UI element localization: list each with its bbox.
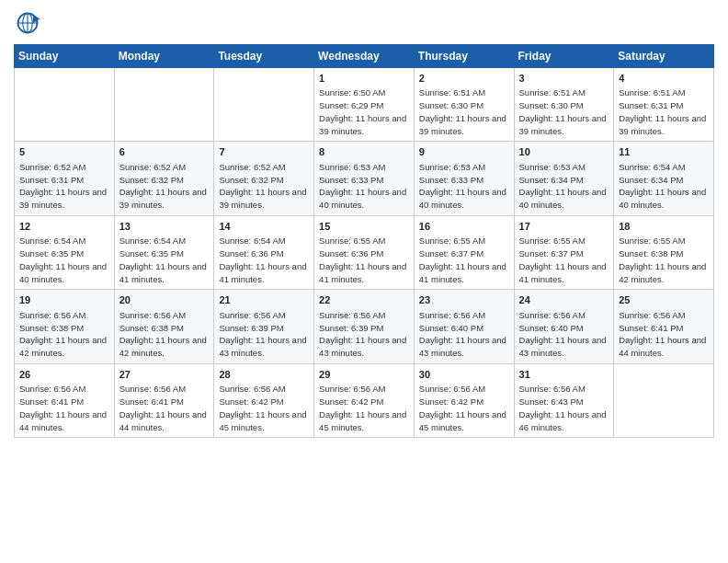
day-info: Sunrise: 6:54 AMSunset: 6:35 PMDaylight:…: [119, 235, 210, 285]
day-info: Sunrise: 6:51 AMSunset: 6:31 PMDaylight:…: [619, 86, 709, 137]
calendar-cell: 7Sunrise: 6:52 AMSunset: 6:32 PMDaylight…: [214, 142, 314, 215]
calendar-cell: 21Sunrise: 6:56 AMSunset: 6:39 PMDayligh…: [214, 290, 314, 363]
calendar-cell: 11Sunrise: 6:54 AMSunset: 6:34 PMDayligh…: [614, 142, 714, 215]
calendar-week-4: 19Sunrise: 6:56 AMSunset: 6:38 PMDayligh…: [15, 290, 714, 363]
day-number: 8: [319, 145, 409, 159]
calendar-cell: 14Sunrise: 6:54 AMSunset: 6:36 PMDayligh…: [214, 215, 314, 289]
day-info: Sunrise: 6:56 AMSunset: 6:42 PMDaylight:…: [219, 383, 309, 433]
calendar-cell: [214, 68, 314, 142]
calendar-cell: 25Sunrise: 6:56 AMSunset: 6:41 PMDayligh…: [614, 290, 714, 363]
day-info: Sunrise: 6:55 AMSunset: 6:36 PMDaylight:…: [319, 235, 409, 285]
day-info: Sunrise: 6:55 AMSunset: 6:37 PMDaylight:…: [419, 235, 509, 285]
day-info: Sunrise: 6:56 AMSunset: 6:41 PMDaylight:…: [19, 383, 109, 433]
calendar-cell: 15Sunrise: 6:55 AMSunset: 6:36 PMDayligh…: [314, 215, 415, 289]
day-number: 19: [19, 293, 109, 307]
calendar-week-3: 12Sunrise: 6:54 AMSunset: 6:35 PMDayligh…: [15, 215, 714, 289]
calendar-cell: 8Sunrise: 6:53 AMSunset: 6:33 PMDaylight…: [314, 142, 415, 215]
calendar-cell: 19Sunrise: 6:56 AMSunset: 6:38 PMDayligh…: [15, 290, 115, 363]
day-number: 20: [119, 293, 210, 307]
day-number: 15: [319, 220, 409, 234]
day-info: Sunrise: 6:50 AMSunset: 6:29 PMDaylight:…: [319, 86, 409, 137]
day-number: 26: [19, 368, 109, 382]
calendar-cell: 18Sunrise: 6:55 AMSunset: 6:38 PMDayligh…: [614, 215, 714, 289]
calendar-week-1: 1Sunrise: 6:50 AMSunset: 6:29 PMDaylight…: [15, 68, 714, 142]
calendar-cell: 30Sunrise: 6:56 AMSunset: 6:42 PMDayligh…: [414, 363, 514, 437]
calendar-cell: 5Sunrise: 6:52 AMSunset: 6:31 PMDaylight…: [15, 142, 115, 215]
day-number: 4: [619, 72, 709, 86]
calendar-cell: [114, 68, 214, 142]
weekday-thursday: Thursday: [414, 45, 514, 68]
calendar-cell: 4Sunrise: 6:51 AMSunset: 6:31 PMDaylight…: [614, 68, 714, 142]
weekday-monday: Monday: [114, 45, 214, 68]
weekday-saturday: Saturday: [614, 45, 714, 68]
calendar-cell: 26Sunrise: 6:56 AMSunset: 6:41 PMDayligh…: [15, 363, 115, 437]
day-number: 24: [519, 293, 609, 307]
day-info: Sunrise: 6:55 AMSunset: 6:37 PMDaylight:…: [519, 235, 609, 285]
day-info: Sunrise: 6:54 AMSunset: 6:34 PMDaylight:…: [619, 161, 709, 212]
day-number: 12: [19, 220, 109, 234]
calendar-cell: 23Sunrise: 6:56 AMSunset: 6:40 PMDayligh…: [414, 290, 514, 363]
day-number: 29: [319, 368, 409, 382]
day-info: Sunrise: 6:56 AMSunset: 6:41 PMDaylight:…: [119, 383, 210, 433]
day-number: 14: [219, 220, 309, 234]
day-info: Sunrise: 6:54 AMSunset: 6:35 PMDaylight:…: [19, 235, 109, 285]
calendar-cell: 22Sunrise: 6:56 AMSunset: 6:39 PMDayligh…: [314, 290, 415, 363]
day-number: 27: [119, 368, 210, 382]
calendar-week-2: 5Sunrise: 6:52 AMSunset: 6:31 PMDaylight…: [15, 142, 714, 215]
weekday-sunday: Sunday: [15, 45, 115, 68]
calendar-cell: 9Sunrise: 6:53 AMSunset: 6:33 PMDaylight…: [414, 142, 514, 215]
day-info: Sunrise: 6:56 AMSunset: 6:39 PMDaylight:…: [319, 309, 409, 360]
day-number: 5: [19, 145, 109, 159]
day-number: 30: [419, 368, 509, 382]
day-number: 10: [519, 145, 609, 159]
logo: [14, 9, 45, 37]
day-number: 18: [619, 220, 709, 234]
day-info: Sunrise: 6:56 AMSunset: 6:38 PMDaylight:…: [119, 309, 210, 360]
day-number: 9: [419, 145, 509, 159]
page: SundayMondayTuesdayWednesdayThursdayFrid…: [0, 0, 728, 563]
day-info: Sunrise: 6:52 AMSunset: 6:32 PMDaylight:…: [219, 161, 309, 212]
day-number: 17: [519, 220, 609, 234]
day-info: Sunrise: 6:56 AMSunset: 6:42 PMDaylight:…: [419, 383, 509, 433]
day-info: Sunrise: 6:56 AMSunset: 6:41 PMDaylight:…: [619, 309, 709, 360]
calendar-cell: 2Sunrise: 6:51 AMSunset: 6:30 PMDaylight…: [414, 68, 514, 142]
day-info: Sunrise: 6:54 AMSunset: 6:36 PMDaylight:…: [219, 235, 309, 285]
logo-icon: [14, 9, 41, 37]
calendar-table: SundayMondayTuesdayWednesdayThursdayFrid…: [14, 44, 714, 438]
header: [14, 9, 714, 37]
day-info: Sunrise: 6:56 AMSunset: 6:40 PMDaylight:…: [519, 309, 609, 360]
calendar-cell: 31Sunrise: 6:56 AMSunset: 6:43 PMDayligh…: [514, 363, 614, 437]
day-number: 16: [419, 220, 509, 234]
day-info: Sunrise: 6:51 AMSunset: 6:30 PMDaylight:…: [519, 86, 609, 137]
calendar-cell: [614, 363, 714, 437]
calendar-cell: [15, 68, 115, 142]
calendar-cell: 20Sunrise: 6:56 AMSunset: 6:38 PMDayligh…: [114, 290, 214, 363]
calendar-cell: 17Sunrise: 6:55 AMSunset: 6:37 PMDayligh…: [514, 215, 614, 289]
day-number: 21: [219, 293, 309, 307]
day-info: Sunrise: 6:56 AMSunset: 6:43 PMDaylight:…: [519, 383, 609, 433]
day-info: Sunrise: 6:56 AMSunset: 6:38 PMDaylight:…: [19, 309, 109, 360]
calendar-cell: 12Sunrise: 6:54 AMSunset: 6:35 PMDayligh…: [15, 215, 115, 289]
day-number: 23: [419, 293, 509, 307]
calendar-cell: 13Sunrise: 6:54 AMSunset: 6:35 PMDayligh…: [114, 215, 214, 289]
day-number: 31: [519, 368, 609, 382]
calendar-cell: 28Sunrise: 6:56 AMSunset: 6:42 PMDayligh…: [214, 363, 314, 437]
calendar-week-5: 26Sunrise: 6:56 AMSunset: 6:41 PMDayligh…: [15, 363, 714, 437]
calendar-cell: 16Sunrise: 6:55 AMSunset: 6:37 PMDayligh…: [414, 215, 514, 289]
day-info: Sunrise: 6:52 AMSunset: 6:31 PMDaylight:…: [19, 161, 109, 212]
day-number: 2: [419, 72, 509, 86]
day-info: Sunrise: 6:55 AMSunset: 6:38 PMDaylight:…: [619, 235, 709, 285]
day-info: Sunrise: 6:51 AMSunset: 6:30 PMDaylight:…: [419, 86, 509, 137]
day-info: Sunrise: 6:53 AMSunset: 6:33 PMDaylight:…: [319, 161, 409, 212]
day-number: 1: [319, 72, 409, 86]
calendar-cell: 6Sunrise: 6:52 AMSunset: 6:32 PMDaylight…: [114, 142, 214, 215]
day-number: 6: [119, 145, 210, 159]
day-info: Sunrise: 6:52 AMSunset: 6:32 PMDaylight:…: [119, 161, 210, 212]
day-info: Sunrise: 6:56 AMSunset: 6:40 PMDaylight:…: [419, 309, 509, 360]
calendar-cell: 1Sunrise: 6:50 AMSunset: 6:29 PMDaylight…: [314, 68, 415, 142]
calendar-cell: 10Sunrise: 6:53 AMSunset: 6:34 PMDayligh…: [514, 142, 614, 215]
weekday-header-row: SundayMondayTuesdayWednesdayThursdayFrid…: [15, 45, 714, 68]
calendar-cell: 29Sunrise: 6:56 AMSunset: 6:42 PMDayligh…: [314, 363, 415, 437]
day-number: 28: [219, 368, 309, 382]
day-info: Sunrise: 6:56 AMSunset: 6:39 PMDaylight:…: [219, 309, 309, 360]
